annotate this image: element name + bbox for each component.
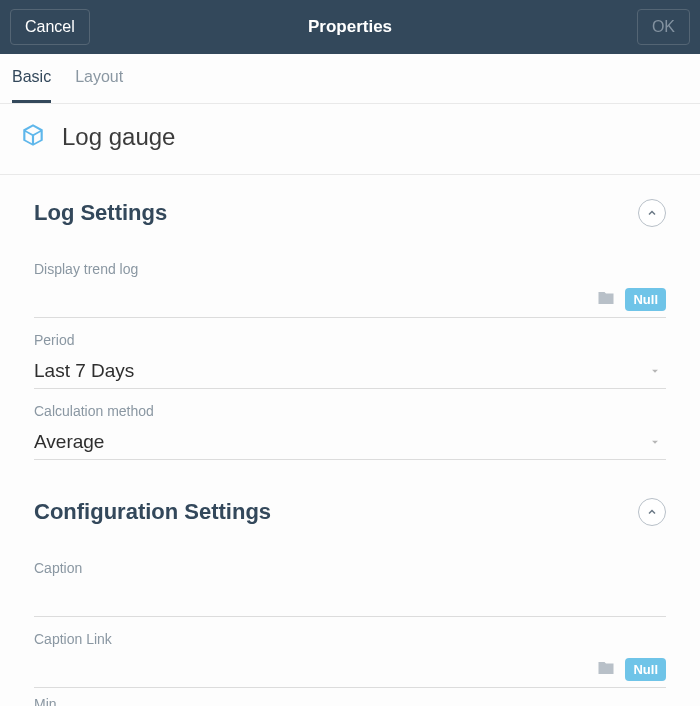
cancel-button[interactable]: Cancel	[10, 9, 90, 45]
field-label: Calculation method	[34, 403, 666, 419]
field-value: Average	[34, 431, 104, 453]
dialog-title: Properties	[0, 17, 700, 37]
cube-icon	[20, 122, 46, 152]
section-title-configuration-settings: Configuration Settings	[34, 499, 271, 525]
tab-bar: Basic Layout	[0, 54, 700, 104]
tab-layout[interactable]: Layout	[75, 68, 123, 103]
field-label: Caption	[34, 560, 666, 576]
field-value: Last 7 Days	[34, 360, 134, 382]
field-label: Period	[34, 332, 666, 348]
section-log-settings: Log Settings Display trend log Null Peri…	[0, 175, 700, 474]
field-calculation-method[interactable]: Calculation method Average	[34, 393, 666, 460]
tab-basic[interactable]: Basic	[12, 68, 51, 103]
field-label: Caption Link	[34, 631, 666, 647]
collapse-toggle-configuration-settings[interactable]	[638, 498, 666, 526]
folder-icon[interactable]	[597, 659, 615, 681]
field-min[interactable]: Min	[34, 692, 666, 706]
null-badge[interactable]: Null	[625, 288, 666, 311]
page-title: Log gauge	[62, 123, 175, 151]
ok-button[interactable]: OK	[637, 9, 690, 45]
content-scrollpane[interactable]: Log Settings Display trend log Null Peri…	[0, 175, 700, 706]
null-badge[interactable]: Null	[625, 658, 666, 681]
field-caption[interactable]: Caption	[34, 550, 666, 617]
field-label: Display trend log	[34, 261, 666, 277]
chevron-down-icon	[648, 364, 662, 382]
section-configuration-settings: Configuration Settings Caption Caption L…	[0, 474, 700, 706]
field-caption-link[interactable]: Caption Link Null	[34, 621, 666, 688]
dialog-header: Cancel Properties OK	[0, 0, 700, 54]
field-period[interactable]: Period Last 7 Days	[34, 322, 666, 389]
page-title-row: Log gauge	[0, 104, 700, 175]
chevron-up-icon	[646, 207, 658, 219]
folder-icon[interactable]	[597, 289, 615, 311]
section-title-log-settings: Log Settings	[34, 200, 167, 226]
chevron-down-icon	[648, 435, 662, 453]
chevron-up-icon	[646, 506, 658, 518]
collapse-toggle-log-settings[interactable]	[638, 199, 666, 227]
field-display-trend-log[interactable]: Display trend log Null	[34, 251, 666, 318]
field-label: Min	[34, 696, 666, 706]
